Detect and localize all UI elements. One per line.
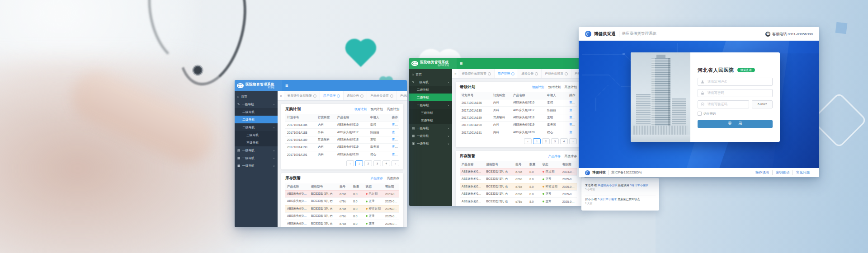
captcha-image[interactable]: 6+8=? (752, 100, 773, 108)
footer-link-faq[interactable]: 常见问题 (793, 170, 813, 175)
sidebar-item-6[interactable]: 三级导航 (409, 117, 452, 124)
stock-link-0[interactable]: 产品库存 (548, 154, 561, 159)
plan-link-1[interactable]: 预约计划 (548, 85, 561, 89)
sidebar-item-8[interactable]: ▦一级导航∨ (235, 154, 278, 162)
tab-close-icon[interactable] (390, 94, 393, 98)
username-field[interactable] (698, 78, 773, 86)
table-cell: 王明 (545, 114, 567, 121)
view-link[interactable]: 查看 (392, 145, 398, 148)
status-dot-icon (366, 193, 368, 195)
collapse-tabs-icon[interactable]: « (452, 72, 458, 76)
page-next-icon[interactable]: › (392, 160, 399, 166)
view-link[interactable]: 查看 (569, 116, 575, 119)
phone-icon: ☎ (765, 32, 770, 37)
sidebar-item-label: 一级导航 (242, 102, 254, 107)
page-prev-icon[interactable]: ‹ (524, 138, 532, 144)
view-link[interactable]: 查看 (392, 123, 398, 126)
page-prev-icon[interactable]: ‹ (346, 160, 354, 166)
feed-link[interactable]: 风健精英小分队 (598, 183, 617, 187)
plan-link-1[interactable]: 预约计划 (371, 107, 383, 112)
view-link[interactable]: 查看 (392, 131, 398, 134)
tab-0[interactable]: 资质证件效期预警 (284, 91, 320, 100)
tab-3[interactable]: 产品分类设置 (367, 91, 397, 100)
stock-link-1[interactable]: 高值库存 (387, 176, 399, 181)
tab-4[interactable]: 产品出库 (397, 91, 407, 100)
hamburger-icon[interactable]: ≡ (285, 83, 288, 88)
sidebar-item-8[interactable]: ▦一级导航∨ (409, 132, 452, 140)
tab-close-icon[interactable] (488, 72, 491, 75)
sidebar-item-5[interactable]: 三级导航 (235, 131, 278, 139)
plan-link-2[interactable]: 高值计划 (387, 107, 399, 112)
plan-link-2[interactable]: 高值计划 (565, 85, 577, 89)
feed-link[interactable]: 5 月日常小需求 (598, 197, 617, 201)
pager-item[interactable]: 2 (542, 138, 550, 144)
tab-1[interactable]: 用户管理 (320, 91, 344, 100)
sidebar-item-0[interactable]: ⌂首页 (235, 93, 278, 100)
table-row: ABS床头柜0118BCS33型 5孔 右o78o8.0即将过期2025-01-… (285, 205, 399, 212)
sidebar-item-0[interactable]: ⌂首页 (409, 70, 452, 78)
table-cell: BCS33型 5孔 右 (484, 168, 514, 175)
page-next-icon[interactable]: › (569, 138, 577, 144)
username-input[interactable] (707, 79, 769, 84)
captcha-field[interactable] (698, 100, 749, 108)
pager-item[interactable]: 4 (382, 160, 390, 166)
sidebar-item-7[interactable]: ▤一级导航∨ (235, 146, 278, 154)
sidebar-item-5[interactable]: 三级导航 (409, 109, 452, 117)
view-link[interactable]: 查看 (569, 101, 575, 104)
status-badge: 正常 (369, 222, 375, 225)
footer-link-keydriver[interactable]: 密钥驱动 (772, 170, 793, 175)
sidebar-item-9[interactable]: ▣一级导航∨ (235, 162, 278, 169)
password-field[interactable] (698, 89, 773, 97)
tab-close-icon[interactable] (337, 94, 340, 98)
sidebar-item-2[interactable]: 二级导航 (409, 86, 452, 94)
sidebar-item-3[interactable]: 二级导航 (235, 116, 278, 123)
table-cell: ABS床头柜0116 (285, 190, 309, 197)
tab-close-icon[interactable] (565, 72, 568, 75)
pager-item[interactable]: 4 (560, 138, 568, 144)
feed-link[interactable]: 5月日常小需求 (630, 183, 649, 187)
password-input[interactable] (707, 90, 769, 95)
plan-link-0[interactable]: 领用计划 (354, 107, 366, 112)
tab-close-icon[interactable] (360, 94, 363, 98)
view-link[interactable]: 查看 (569, 108, 575, 112)
sidebar-item-2[interactable]: 二级导航 (235, 108, 278, 116)
tab-close-icon[interactable] (313, 94, 316, 98)
captcha-input[interactable] (707, 102, 746, 107)
stock-link-1[interactable]: 高值库存 (565, 154, 577, 159)
tab-0[interactable]: 资质证件效期预警 (458, 69, 494, 78)
tab-2[interactable]: 通知公告 (518, 69, 542, 78)
tab-close-icon[interactable] (511, 72, 514, 75)
view-link[interactable]: 查看 (569, 123, 575, 126)
timestamp: 3 天前 (585, 201, 656, 206)
view-link[interactable]: 查看 (392, 138, 398, 141)
sidebar-item-1[interactable]: ✎一级导航∧ (409, 78, 452, 86)
stock-link-0[interactable]: 产品库存 (371, 176, 383, 181)
pager-item[interactable]: 3 (373, 160, 381, 166)
remember-checkbox[interactable] (698, 112, 702, 116)
tab-1[interactable]: 用户管理 (495, 69, 518, 78)
collapse-tabs-icon[interactable]: « (278, 94, 284, 98)
pager-item[interactable]: 2 (364, 160, 372, 166)
footer-link-manual[interactable]: 操作说明 (752, 170, 772, 175)
view-link[interactable]: 查看 (569, 131, 575, 134)
sidebar-item-label: 首页 (415, 72, 422, 77)
sidebar-item-3[interactable]: 二级导航 (409, 94, 452, 101)
feed-segment: 更新至已发布状态 (617, 197, 640, 201)
tab-2[interactable]: 通知公告 (344, 91, 367, 100)
sidebar-item-9[interactable]: ▣一级导航∨ (409, 140, 452, 147)
view-link[interactable]: 查看 (392, 153, 398, 156)
plan-link-0[interactable]: 领用计划 (532, 85, 544, 89)
sidebar-item-4[interactable]: 二级导航∧ (409, 101, 452, 109)
pager-item[interactable]: 3 (551, 138, 559, 144)
sidebar-item-4[interactable]: 二级导航∧ (235, 123, 278, 131)
tab-3[interactable]: 产品分类设置 (542, 69, 571, 78)
hamburger-icon[interactable]: ≡ (460, 61, 462, 66)
sidebar-item-1[interactable]: ✎一级导航∧ (235, 100, 278, 108)
pager-item[interactable]: 1 (355, 160, 363, 166)
pager-item[interactable]: 1 (533, 138, 541, 144)
hospital-badge[interactable]: 供采直通 (737, 68, 755, 72)
sidebar-item-6[interactable]: 三级导航 (235, 139, 278, 146)
login-button[interactable]: 登 录 (698, 120, 773, 128)
sidebar-item-7[interactable]: ▤一级导航∨ (409, 124, 452, 132)
tab-close-icon[interactable] (535, 72, 538, 75)
